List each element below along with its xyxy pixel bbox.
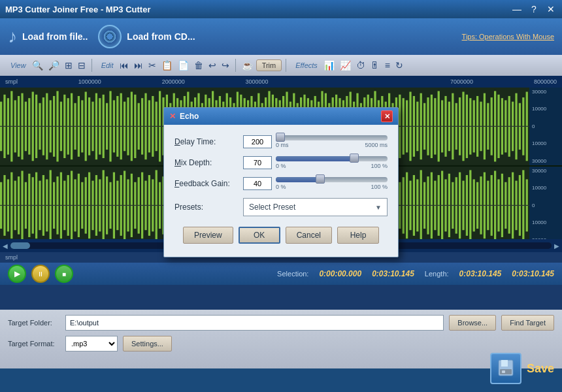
format-select[interactable]: .mp3 bbox=[65, 336, 118, 351]
presets-label: Presets: bbox=[174, 203, 243, 212]
ok-button[interactable]: OK bbox=[239, 227, 280, 244]
feedback-gain-slider[interactable] bbox=[276, 177, 388, 182]
dropdown-arrow-icon: ▼ bbox=[375, 204, 382, 211]
mix-min-label: 0 % bbox=[276, 163, 286, 169]
svg-rect-305 bbox=[501, 360, 508, 367]
target-format-row: Target Format: .mp3 Settings... bbox=[8, 336, 554, 351]
bottom-bar: Target Folder: Browse... Find Target Sav… bbox=[0, 310, 562, 368]
echo-icon: ✕ bbox=[169, 112, 176, 121]
presets-dropdown: Select Preset ▼ bbox=[243, 198, 388, 216]
mix-depth-fill bbox=[276, 156, 354, 161]
target-format-label: Target Format: bbox=[8, 340, 60, 348]
save-icon[interactable] bbox=[490, 353, 521, 384]
presets-value: Select Preset bbox=[249, 203, 295, 212]
delay-time-slider[interactable] bbox=[276, 135, 388, 140]
mix-depth-slider-container: 0 % 100 % bbox=[276, 156, 388, 169]
feedback-gain-labels: 0 % 100 % bbox=[276, 184, 388, 190]
dialog-buttons: Preview OK Cancel Help bbox=[174, 224, 388, 246]
delay-max-label: 5000 ms bbox=[365, 142, 388, 148]
delay-time-labels: 0 ms 5000 ms bbox=[276, 142, 388, 148]
mix-max-label: 100 % bbox=[371, 163, 388, 169]
close-button[interactable]: ✕ bbox=[545, 4, 557, 14]
load-file-label: Load from file.. bbox=[22, 31, 88, 42]
mix-depth-input[interactable] bbox=[243, 156, 272, 169]
tips-link[interactable]: Tips: Operations With Mouse bbox=[462, 33, 554, 41]
delay-time-row: Delay Time: 0 ms 5000 ms bbox=[174, 135, 388, 148]
delay-time-label: Delay Time: bbox=[174, 137, 243, 146]
preview-button[interactable]: Preview bbox=[183, 227, 233, 244]
feedback-gain-row: Feedback Gain: 0 % 100 % bbox=[174, 177, 388, 190]
top-bar: ♪ Load from file.. Load from CD... Tips:… bbox=[0, 18, 562, 55]
dialog-overlay: ✕ Echo ✕ Delay Time: bbox=[0, 55, 562, 310]
browse-button[interactable]: Browse... bbox=[449, 315, 496, 331]
delay-time-thumb bbox=[276, 133, 285, 142]
settings-button[interactable]: Settings... bbox=[123, 336, 172, 351]
help-button[interactable]: ? bbox=[528, 4, 540, 14]
load-file-button[interactable]: ♪ Load from file.. bbox=[8, 26, 88, 47]
delay-min-label: 0 ms bbox=[276, 142, 289, 148]
load-cd-button[interactable]: Load from CD... bbox=[98, 25, 195, 48]
save-button[interactable]: Save bbox=[527, 362, 554, 376]
mix-depth-label: Mix Depth: bbox=[174, 158, 243, 167]
svg-rect-307 bbox=[502, 370, 505, 373]
cancel-button[interactable]: Cancel bbox=[286, 227, 332, 244]
help-button[interactable]: Help bbox=[337, 227, 379, 244]
presets-select-button[interactable]: Select Preset ▼ bbox=[243, 198, 388, 216]
cd-icon bbox=[98, 25, 122, 48]
mix-depth-labels: 0 % 100 % bbox=[276, 163, 388, 169]
music-icon: ♪ bbox=[8, 26, 17, 47]
feedback-max-label: 100 % bbox=[371, 184, 388, 190]
dialog-title-bar: ✕ Echo ✕ bbox=[164, 108, 398, 125]
app-title: MP3 Cutter Joiner Free - MP3 Cutter bbox=[5, 5, 151, 14]
window-controls: — ? ✕ bbox=[511, 4, 557, 14]
feedback-gain-fill bbox=[276, 177, 320, 182]
load-cd-label: Load from CD... bbox=[127, 31, 195, 42]
target-folder-input[interactable] bbox=[65, 315, 444, 331]
mix-depth-row: Mix Depth: 0 % 100 % bbox=[174, 156, 388, 169]
mix-depth-thumb bbox=[350, 154, 359, 163]
feedback-gain-slider-container: 0 % 100 % bbox=[276, 177, 388, 190]
delay-time-input[interactable] bbox=[243, 135, 272, 148]
feedback-gain-input[interactable] bbox=[243, 177, 272, 190]
minimize-button[interactable]: — bbox=[511, 4, 523, 14]
find-target-button[interactable]: Find Target bbox=[501, 315, 554, 331]
target-folder-label: Target Folder: bbox=[8, 319, 60, 327]
load-buttons-area: ♪ Load from file.. Load from CD... bbox=[8, 25, 195, 48]
svg-rect-306 bbox=[500, 369, 512, 374]
main-area: View 🔍 🔎 ⊞ ⊟ Edit ⏮ ⏭ ✂ 📋 📄 🗑 ↩ ↪ ☕ Trim… bbox=[0, 55, 562, 310]
title-bar: MP3 Cutter Joiner Free - MP3 Cutter — ? … bbox=[0, 0, 562, 18]
dialog-title: ✕ Echo bbox=[169, 112, 199, 121]
feedback-min-label: 0 % bbox=[276, 184, 286, 190]
dialog-body: Delay Time: 0 ms 5000 ms bbox=[164, 125, 398, 257]
presets-row: Presets: Select Preset ▼ bbox=[174, 198, 388, 216]
mix-depth-slider[interactable] bbox=[276, 156, 388, 161]
delay-time-slider-container: 0 ms 5000 ms bbox=[276, 135, 388, 148]
feedback-gain-label: Feedback Gain: bbox=[174, 179, 243, 188]
dialog-close-button[interactable]: ✕ bbox=[381, 110, 393, 122]
echo-dialog: ✕ Echo ✕ Delay Time: bbox=[163, 107, 399, 257]
dialog-title-text: Echo bbox=[180, 112, 199, 121]
save-area: Save bbox=[490, 353, 554, 384]
target-folder-row: Target Folder: Browse... Find Target Sav… bbox=[8, 315, 554, 331]
feedback-gain-thumb bbox=[316, 174, 325, 184]
